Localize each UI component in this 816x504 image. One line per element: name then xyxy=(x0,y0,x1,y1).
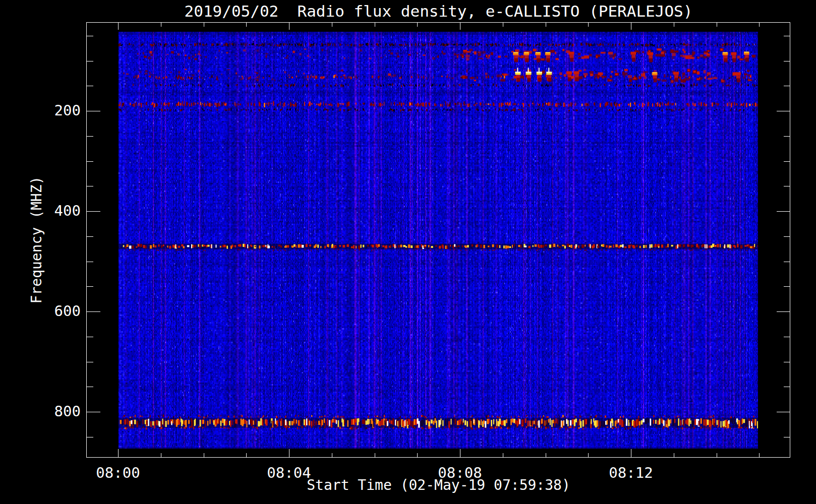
y-axis-minor-tick xyxy=(87,286,93,287)
y-axis-minor-tick xyxy=(87,86,93,86)
y-axis-right-tick xyxy=(784,337,790,337)
spectrogram-canvas xyxy=(119,32,758,449)
y-axis-right-tick xyxy=(784,161,790,162)
y-axis-minor-tick xyxy=(87,387,93,387)
x-axis-top-tick xyxy=(375,23,375,27)
x-axis-minor-tick xyxy=(246,453,247,457)
x-axis-minor-tick xyxy=(503,453,503,457)
y-axis-right-tick xyxy=(784,61,790,61)
x-axis-top-tick xyxy=(417,23,418,27)
x-axis-top-tick xyxy=(503,23,503,27)
y-axis-minor-tick xyxy=(87,337,93,337)
y-axis-minor-tick xyxy=(87,136,93,137)
x-axis-top-tick xyxy=(717,23,717,27)
y-axis-right-tick xyxy=(784,36,790,36)
y-axis-right-tick xyxy=(784,387,790,387)
y-axis-major-tick xyxy=(87,211,100,212)
y-tick-label: 800 xyxy=(40,403,81,420)
x-axis-major-tick xyxy=(460,449,460,457)
y-axis-right-tick xyxy=(777,211,790,212)
y-axis-label: Frequency (MHZ) xyxy=(28,176,45,304)
x-axis-top-tick xyxy=(631,23,631,30)
x-axis-minor-tick xyxy=(717,453,717,457)
y-axis-minor-tick xyxy=(87,236,93,237)
x-axis-top-tick xyxy=(161,23,161,27)
x-axis-minor-tick xyxy=(161,453,161,457)
chart-title: 2019/05/02 Radio flux density, e-CALLIST… xyxy=(86,2,791,20)
y-axis-minor-tick xyxy=(87,362,93,362)
y-axis-right-tick xyxy=(784,286,790,287)
y-axis-minor-tick xyxy=(87,262,93,262)
x-axis-minor-tick xyxy=(204,453,204,457)
x-axis-minor-tick xyxy=(759,453,760,457)
x-axis-top-tick xyxy=(289,23,289,30)
x-axis-minor-tick xyxy=(375,453,375,457)
x-axis-top-tick xyxy=(460,23,460,30)
x-axis-minor-tick xyxy=(417,453,418,457)
x-axis-minor-tick xyxy=(588,453,589,457)
y-axis-minor-tick xyxy=(87,61,93,61)
y-axis-right-tick xyxy=(784,136,790,137)
y-axis-right-tick xyxy=(784,362,790,362)
x-axis-minor-tick xyxy=(332,453,332,457)
x-axis-top-tick xyxy=(118,23,119,30)
x-axis-major-tick xyxy=(289,449,289,457)
y-axis-right-tick xyxy=(784,236,790,237)
x-axis-top-tick xyxy=(546,23,546,27)
y-axis-major-tick xyxy=(87,412,100,412)
x-axis-major-tick xyxy=(631,449,631,457)
x-axis-minor-tick xyxy=(674,453,674,457)
y-tick-label: 200 xyxy=(40,102,81,119)
y-axis-right-tick xyxy=(784,186,790,186)
y-axis-minor-tick xyxy=(87,186,93,186)
y-tick-label: 400 xyxy=(40,202,81,219)
x-axis-top-tick xyxy=(674,23,674,27)
y-axis-right-tick xyxy=(777,412,790,412)
y-axis-right-tick xyxy=(777,111,790,111)
y-tick-label: 600 xyxy=(40,302,81,320)
y-axis-major-tick xyxy=(87,311,100,312)
x-axis-top-tick xyxy=(204,23,204,27)
spectrogram-figure: 2019/05/02 Radio flux density, e-CALLIST… xyxy=(0,0,816,504)
y-axis-right-tick xyxy=(784,262,790,262)
y-axis-minor-tick xyxy=(87,161,93,162)
x-axis-top-tick xyxy=(332,23,332,27)
y-axis-right-tick xyxy=(784,86,790,86)
y-axis-right-tick xyxy=(777,311,790,312)
y-axis-right-tick xyxy=(784,437,790,437)
x-axis-minor-tick xyxy=(546,453,546,457)
y-axis-major-tick xyxy=(87,111,100,111)
x-axis-top-tick xyxy=(588,23,589,27)
x-axis-major-tick xyxy=(118,449,119,457)
x-axis-top-tick xyxy=(759,23,760,27)
y-axis-minor-tick xyxy=(87,36,93,36)
x-axis-label: Start Time (02-May-19 07:59:38) xyxy=(86,477,791,493)
y-axis-minor-tick xyxy=(87,437,93,437)
x-axis-top-tick xyxy=(246,23,247,27)
